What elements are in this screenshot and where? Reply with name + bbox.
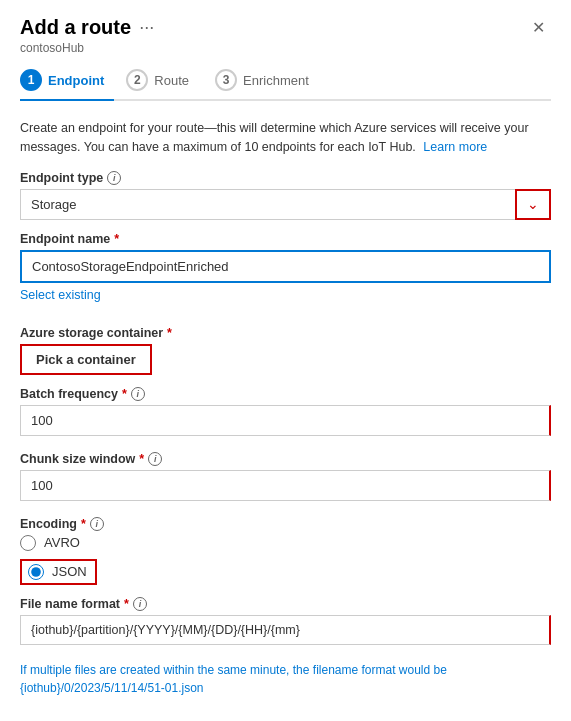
batch-frequency-input[interactable] (20, 405, 551, 436)
hint-example: {iothub}/0/2023/5/11/14/51-01.json (20, 681, 204, 695)
endpoint-name-label: Endpoint name * (20, 232, 551, 246)
azure-storage-required: * (167, 326, 172, 340)
chunk-size-group: Chunk size window * i (20, 452, 551, 505)
step-3-circle: 3 (215, 69, 237, 91)
step-1-label: Endpoint (48, 73, 104, 88)
select-existing-link[interactable]: Select existing (20, 288, 101, 302)
file-format-info-icon[interactable]: i (133, 597, 147, 611)
file-format-input[interactable] (20, 615, 551, 645)
subtitle: contosoHub (20, 41, 551, 55)
batch-frequency-group: Batch frequency * i (20, 387, 551, 440)
chunk-size-required: * (139, 452, 144, 466)
chunk-size-label: Chunk size window * i (20, 452, 551, 466)
endpoint-type-select[interactable]: Storage (20, 189, 551, 220)
file-format-label: File name format * i (20, 597, 551, 611)
endpoint-type-dropdown-arrow[interactable]: ⌄ (515, 189, 551, 220)
add-route-panel: Add a route ··· ✕ contosoHub 1 Endpoint … (0, 0, 571, 721)
step-route[interactable]: 2 Route (126, 69, 199, 91)
encoding-required: * (81, 517, 86, 531)
endpoint-type-info-icon[interactable]: i (107, 171, 121, 185)
step-enrichment[interactable]: 3 Enrichment (215, 69, 319, 91)
batch-frequency-required: * (122, 387, 127, 401)
encoding-avro-option[interactable]: AVRO (20, 535, 551, 551)
endpoint-name-required: * (114, 232, 119, 246)
endpoint-name-input[interactable] (20, 250, 551, 283)
encoding-avro-label: AVRO (44, 535, 80, 550)
batch-frequency-wrapper (20, 405, 551, 440)
batch-frequency-info-icon[interactable]: i (131, 387, 145, 401)
step-3-label: Enrichment (243, 73, 309, 88)
chunk-size-input[interactable] (20, 470, 551, 501)
batch-frequency-label: Batch frequency * i (20, 387, 551, 401)
file-format-required: * (124, 597, 129, 611)
step-1-underline (20, 99, 114, 101)
encoding-json-option[interactable]: JSON (20, 559, 97, 585)
encoding-radio-group: AVRO JSON (20, 535, 551, 585)
panel-title: Add a route (20, 16, 131, 39)
chunk-size-info-icon[interactable]: i (148, 452, 162, 466)
more-icon[interactable]: ··· (139, 17, 154, 38)
endpoint-type-select-wrapper: Storage ⌄ (20, 189, 551, 220)
endpoint-type-group: Endpoint type i Storage ⌄ (20, 171, 551, 220)
step-2-circle: 2 (126, 69, 148, 91)
steps-row: 1 Endpoint 2 Route 3 Enrichment (20, 69, 551, 101)
step-endpoint[interactable]: 1 Endpoint (20, 69, 114, 91)
encoding-json-radio[interactable] (28, 564, 44, 580)
azure-storage-group: Azure storage container * Pick a contain… (20, 326, 551, 375)
encoding-group: Encoding * i AVRO JSON (20, 517, 551, 585)
description-box: Create an endpoint for your route—this w… (20, 119, 551, 157)
file-format-group: File name format * i (20, 597, 551, 649)
hint-text: If multiple files are created within the… (20, 661, 551, 697)
pick-container-button[interactable]: Pick a container (20, 344, 152, 375)
encoding-info-icon[interactable]: i (90, 517, 104, 531)
step-1-circle: 1 (20, 69, 42, 91)
learn-more-link[interactable]: Learn more (423, 140, 487, 154)
endpoint-name-group: Endpoint name * Select existing (20, 232, 551, 314)
title-row: Add a route ··· (20, 16, 154, 39)
encoding-json-label: JSON (52, 564, 87, 579)
azure-storage-label: Azure storage container * (20, 326, 551, 340)
endpoint-type-label: Endpoint type i (20, 171, 551, 185)
panel-header: Add a route ··· ✕ (20, 16, 551, 39)
encoding-avro-radio[interactable] (20, 535, 36, 551)
close-button[interactable]: ✕ (526, 16, 551, 39)
encoding-label: Encoding * i (20, 517, 551, 531)
step-2-label: Route (154, 73, 189, 88)
